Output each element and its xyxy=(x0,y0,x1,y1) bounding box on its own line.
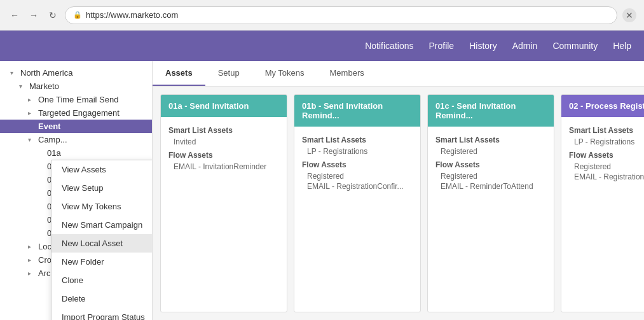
forward-button[interactable]: → xyxy=(27,8,41,22)
card-item: Registered xyxy=(435,171,546,181)
smart-list-label: Smart List Assets xyxy=(168,126,279,135)
smart-list-label: Smart List Assets xyxy=(302,136,413,144)
sidebar-item-label: Targeted Engagement xyxy=(38,108,120,118)
nav-profile[interactable]: Profile xyxy=(428,41,454,51)
sidebar-item-label: Camp... xyxy=(38,135,67,144)
arrow-icon: ▾ xyxy=(19,83,27,90)
context-menu-view-assets[interactable]: View Assets xyxy=(51,160,153,179)
sidebar-item-label: 01a xyxy=(47,148,61,158)
browser-close-button[interactable]: ✕ xyxy=(622,8,636,22)
card-item: LP - Registrations xyxy=(302,146,413,157)
flow-assets-label: Flow Assets xyxy=(168,151,279,160)
sidebar-item-camp[interactable]: ▾ Camp... xyxy=(0,133,152,146)
context-menu-import-program-status[interactable]: Import Program Status xyxy=(51,308,153,320)
campaign-card-01c: 01c - Send Invitation Remind... Smart Li… xyxy=(427,94,554,312)
tab-setup[interactable]: Setup xyxy=(205,61,252,86)
smart-list-label: Smart List Assets xyxy=(435,136,546,144)
nav-admin[interactable]: Admin xyxy=(512,41,538,51)
back-button[interactable]: ← xyxy=(8,8,22,22)
sidebar-item-marketo[interactable]: ▾ Marketo xyxy=(0,80,152,93)
context-menu-new-local-asset[interactable]: New Local Asset xyxy=(51,234,153,253)
sidebar-item-targeted-engagement[interactable]: ▸ Targeted Engagement xyxy=(0,106,152,120)
card-item: EMAIL - RegistrationConfir... xyxy=(302,181,413,191)
arrow-icon: ▸ xyxy=(28,243,36,250)
app: Notifications Profile History Admin Comm… xyxy=(0,31,644,320)
sidebar-item-01a[interactable]: 01a xyxy=(0,146,152,160)
content-area: Assets Setup My Tokens Members 01a - Sen… xyxy=(153,61,644,320)
arrow-icon: ▾ xyxy=(10,69,18,76)
sidebar-item-north-america[interactable]: ▾ North America xyxy=(0,66,152,80)
tab-my-tokens[interactable]: My Tokens xyxy=(252,61,317,86)
main-area: ▾ North America ▾ Marketo ▸ One Time Ema… xyxy=(0,61,644,320)
arrow-icon: ▸ xyxy=(28,270,36,277)
context-menu-delete[interactable]: Delete xyxy=(51,289,153,308)
nav-history[interactable]: History xyxy=(469,41,497,51)
arrow-icon: ▸ xyxy=(28,256,36,263)
url-text: https://www.marketo.com xyxy=(86,10,178,20)
card-header-01b: 01b - Send Invitation Remind... xyxy=(294,95,420,127)
sidebar-item-label: North America xyxy=(20,68,72,78)
context-menu-new-folder[interactable]: New Folder xyxy=(51,253,153,271)
nav-notifications[interactable]: Notifications xyxy=(365,41,413,51)
refresh-button[interactable]: ↻ xyxy=(46,8,60,22)
context-menu: View Assets View Setup View My Tokens Ne… xyxy=(51,160,153,320)
card-item: EMAIL - RegistrationConfir... xyxy=(569,172,644,182)
tab-bar: Assets Setup My Tokens Members xyxy=(153,61,644,87)
sidebar-item-event[interactable]: Event xyxy=(0,120,152,133)
card-item: EMAIL - ReminderToAttend xyxy=(435,181,546,191)
card-body-01a: Smart List Assets Invited Flow Assets EM… xyxy=(161,117,287,177)
browser-chrome: ← → ↻ 🔒 https://www.marketo.com ✕ xyxy=(0,0,644,31)
sidebar-item-one-time-email[interactable]: ▸ One Time Email Send xyxy=(0,93,152,106)
nav-help[interactable]: Help xyxy=(613,41,631,51)
card-item: Invited xyxy=(168,137,279,147)
card-header-01a: 01a - Send Invitation xyxy=(161,95,287,117)
card-header-01c: 01c - Send Invitation Remind... xyxy=(428,95,554,127)
flow-assets-label: Flow Assets xyxy=(435,160,546,169)
lock-icon: 🔒 xyxy=(73,11,82,19)
context-menu-view-my-tokens[interactable]: View My Tokens xyxy=(51,197,153,216)
card-body-02: Smart List Assets LP - Registrations Flo… xyxy=(561,117,644,187)
sidebar-item-label: Event xyxy=(38,122,60,131)
address-bar[interactable]: 🔒 https://www.marketo.com xyxy=(65,6,617,24)
arrow-icon: ▾ xyxy=(28,136,36,143)
top-nav: Notifications Profile History Admin Comm… xyxy=(0,31,644,61)
card-header-02: 02 - Process Registration xyxy=(561,95,644,117)
sidebar-item-label: Marketo xyxy=(29,81,59,91)
flow-assets-label: Flow Assets xyxy=(569,151,644,160)
context-menu-clone[interactable]: Clone xyxy=(51,271,153,289)
sidebar: ▾ North America ▾ Marketo ▸ One Time Ema… xyxy=(0,61,153,320)
arrow-icon: ▸ xyxy=(28,109,36,116)
card-item: EMAIL - InvitationReminder xyxy=(168,162,279,172)
card-item: Registered xyxy=(302,171,413,181)
smart-list-label: Smart List Assets xyxy=(569,126,644,135)
card-item: Registered xyxy=(569,162,644,172)
card-item: LP - Registrations xyxy=(569,137,644,147)
card-body-01b: Smart List Assets LP - Registrations Flo… xyxy=(294,127,420,197)
context-menu-view-setup[interactable]: View Setup xyxy=(51,179,153,197)
campaign-card-01b: 01b - Send Invitation Remind... Smart Li… xyxy=(294,94,421,312)
tab-assets[interactable]: Assets xyxy=(153,61,205,86)
sidebar-item-label: One Time Email Send xyxy=(38,95,118,104)
card-item: Registered xyxy=(435,146,546,157)
nav-community[interactable]: Community xyxy=(552,41,598,51)
cards-area: 01a - Send Invitation Smart List Assets … xyxy=(153,87,644,320)
tab-members[interactable]: Members xyxy=(317,61,377,86)
campaign-card-02: 02 - Process Registration Smart List Ass… xyxy=(561,94,644,312)
flow-assets-label: Flow Assets xyxy=(302,160,413,169)
context-menu-new-smart-campaign[interactable]: New Smart Campaign xyxy=(51,216,153,234)
arrow-icon: ▸ xyxy=(28,96,36,103)
card-body-01c: Smart List Assets Registered Flow Assets… xyxy=(428,127,554,197)
campaign-card-01a: 01a - Send Invitation Smart List Assets … xyxy=(160,94,287,312)
